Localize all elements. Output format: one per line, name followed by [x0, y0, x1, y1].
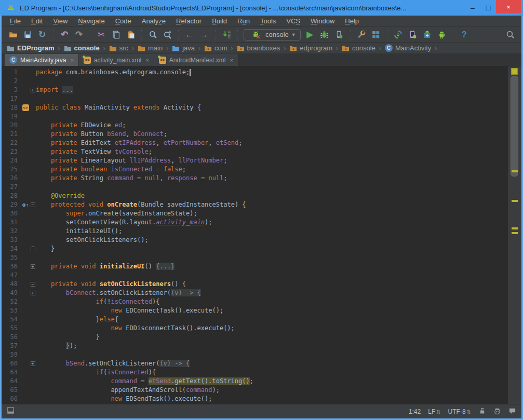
redo-icon[interactable]: ↷: [73, 29, 85, 41]
code-line-31[interactable]: 31setContentView(R.layout.activity_main)…: [2, 218, 508, 227]
encoding-widget[interactable]: UTF-8⇅: [448, 408, 471, 415]
code-line-53[interactable]: 53new EDConnectTask().execute();: [2, 306, 508, 315]
caret-position[interactable]: 1:42: [409, 408, 421, 415]
code-line-60[interactable]: 60+bSend.setOnClickListener((v) -> {: [2, 359, 508, 368]
menu-vcs[interactable]: VCS: [281, 16, 305, 26]
android-manifest-icon[interactable]: <>: [21, 103, 30, 112]
code-line-63[interactable]: 63if(isConnected){: [2, 368, 508, 377]
project-structure-icon[interactable]: [370, 29, 382, 41]
find-icon[interactable]: [146, 29, 159, 41]
line-separator-widget[interactable]: LF⇅: [428, 408, 440, 415]
fold-plus-icon[interactable]: +: [30, 86, 36, 94]
back-icon[interactable]: ←: [183, 29, 196, 41]
code-line-20[interactable]: 20private EDDevice ed;: [2, 121, 508, 130]
menu-help[interactable]: Help: [340, 16, 364, 26]
code-line-55[interactable]: 55new EDDisconnectTask().execute();: [2, 324, 508, 333]
open-folder-icon[interactable]: [7, 29, 19, 41]
code-line-2[interactable]: 2: [2, 77, 508, 86]
forward-icon[interactable]: →: [198, 29, 210, 41]
fold-minus-icon[interactable]: −: [30, 200, 36, 209]
synchronize-icon[interactable]: ↻: [36, 29, 48, 41]
code-line-64[interactable]: 64command = etSend.getText().toString();: [2, 377, 508, 386]
breadcrumb-com[interactable]: com: [204, 44, 227, 52]
code-line-3[interactable]: 3+import ...: [2, 86, 508, 94]
menu-analyze[interactable]: Analyze: [137, 16, 171, 26]
menu-view[interactable]: View: [48, 16, 73, 26]
tab-mainactivity-java[interactable]: CMainActivity.java×: [5, 54, 79, 66]
sdk-download-icon[interactable]: [421, 29, 434, 41]
code-line-17[interactable]: 17: [2, 94, 508, 103]
cut-icon[interactable]: ✂: [95, 29, 108, 41]
code-editor[interactable]: 1package com.brainboxes.edprogram.consol…: [2, 66, 508, 404]
code-line-25[interactable]: 25private boolean isConnected = false;: [2, 165, 508, 174]
code-line-66[interactable]: 66new EDSendTask().execute();: [2, 395, 508, 403]
code-line-26[interactable]: 26private String command = null, respons…: [2, 174, 508, 183]
file-status-indicator[interactable]: [511, 68, 518, 75]
update-info-icon[interactable]: 011001: [220, 29, 233, 41]
device-monitor-icon[interactable]: [436, 29, 448, 41]
search-everywhere-icon[interactable]: [504, 29, 516, 41]
gradle-sync-icon[interactable]: [392, 29, 405, 41]
code-line-27[interactable]: 27: [2, 183, 508, 192]
code-line-57[interactable]: 57});: [2, 342, 508, 350]
code-line-24[interactable]: 24private LinearLayout llIPAddress, llPo…: [2, 156, 508, 165]
code-line-47[interactable]: 47: [2, 271, 508, 280]
warning-stripe-mark[interactable]: [512, 227, 518, 229]
scrollbar-thumb[interactable]: [511, 76, 518, 177]
save-all-icon[interactable]: [21, 29, 34, 41]
minimize-button[interactable]: –: [465, 2, 480, 14]
menu-edit[interactable]: Edit: [26, 16, 48, 26]
code-line-52[interactable]: 52if(!isConnected){: [2, 297, 508, 306]
menu-refactor[interactable]: Refactor: [171, 16, 207, 26]
code-line-28[interactable]: 28@Override: [2, 192, 508, 200]
editor-pane[interactable]: 1package com.brainboxes.edprogram.consol…: [2, 66, 521, 404]
breadcrumb-mainactivity[interactable]: CMainActivity: [385, 44, 431, 52]
breadcrumb-edprogram[interactable]: EDProgram: [7, 44, 55, 52]
fold-minus-icon[interactable]: −: [30, 280, 36, 289]
menu-window[interactable]: Window: [305, 16, 340, 26]
overriding-method-icon[interactable]: o↑: [21, 200, 30, 209]
event-log-bubble-icon[interactable]: [508, 407, 516, 416]
tab-close-icon[interactable]: ×: [70, 57, 73, 63]
code-line-32[interactable]: 32initializeUI();: [2, 227, 508, 236]
hector-inspection-icon[interactable]: [493, 407, 501, 416]
code-line-65[interactable]: 65appendTextAndScroll(command);: [2, 386, 508, 395]
breadcrumb-main[interactable]: main: [138, 44, 163, 52]
breadcrumb-java[interactable]: java: [172, 44, 195, 52]
breadcrumb-console[interactable]: console: [64, 44, 100, 52]
code-line-48[interactable]: 48−private void setOnClickListeners() {: [2, 280, 508, 289]
menu-code[interactable]: Code: [110, 16, 137, 26]
warning-stripe-mark[interactable]: [512, 200, 518, 202]
fold-plus-icon[interactable]: +: [30, 289, 36, 297]
code-line-49[interactable]: 49+bConnect.setOnClickListener((v) -> {: [2, 289, 508, 297]
code-line-56[interactable]: 56}: [2, 333, 508, 342]
menu-file[interactable]: File: [5, 16, 26, 26]
paste-icon[interactable]: [124, 29, 137, 41]
replace-icon[interactable]: A: [161, 29, 173, 41]
code-line-59[interactable]: 59: [2, 350, 508, 359]
code-line-21[interactable]: 21private Button bSend, bConnect;: [2, 130, 508, 139]
attach-debugger-icon[interactable]: [333, 29, 345, 41]
run-icon[interactable]: ▶: [304, 29, 316, 41]
menu-run[interactable]: Run: [232, 16, 255, 26]
tab-androidmanifest-xml[interactable]: <>AndroidManifest.xml×: [154, 54, 238, 66]
lock-icon[interactable]: [478, 407, 486, 416]
code-line-36[interactable]: 36+private void initializeUI() {...}: [2, 262, 508, 271]
tab-activity_main-xml[interactable]: <>activity_main.xml×: [79, 54, 154, 66]
tab-close-icon[interactable]: ×: [145, 57, 149, 63]
help-icon[interactable]: ?: [458, 29, 471, 41]
fold-end-icon[interactable]: ˆ: [30, 245, 36, 253]
code-line-33[interactable]: 33setOnClickListeners();: [2, 236, 508, 245]
breadcrumb-console[interactable]: console: [342, 44, 376, 52]
copy-icon[interactable]: [110, 29, 122, 41]
fold-plus-icon[interactable]: +: [30, 262, 36, 271]
code-line-1[interactable]: 1package com.brainboxes.edprogram.consol…: [2, 68, 508, 77]
menu-navigate[interactable]: Navigate: [73, 16, 110, 26]
debug-icon[interactable]: [318, 29, 331, 41]
menu-tools[interactable]: Tools: [255, 16, 281, 26]
warning-stripe-mark[interactable]: [512, 170, 518, 172]
breadcrumb-edprogram[interactable]: edprogram: [289, 44, 332, 52]
code-line-18[interactable]: 18<>public class MainActivity extends Ac…: [2, 103, 508, 112]
code-line-30[interactable]: 30super.onCreate(savedInstanceState);: [2, 209, 508, 218]
code-line-54[interactable]: 54}else{: [2, 315, 508, 324]
